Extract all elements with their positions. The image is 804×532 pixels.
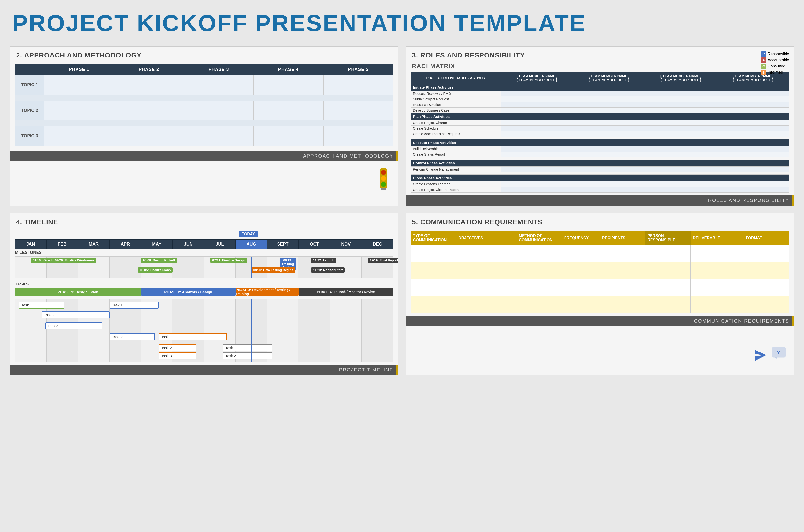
roles-panel: 3. ROLES AND RESPONSIBILITY R Responsibl… [406, 46, 794, 206]
comm-cell [456, 279, 517, 296]
raci-item: Develop Business Case [411, 108, 501, 113]
raci-cell [645, 91, 717, 96]
t2p1-cell [44, 101, 114, 120]
timeline-panel: 4. TIMELINE TODAY JAN FEB MAR APR MAY JU… [10, 213, 398, 375]
raci-cell [717, 146, 789, 152]
comm-cell [691, 245, 744, 262]
raci-cell [717, 182, 789, 187]
t2p3-cell [184, 101, 254, 120]
badge-r: R [761, 51, 766, 57]
phase1-header: PHASE 1 [44, 64, 114, 75]
milestone-beta-testing: 08/20: Beta Testing Begins [251, 267, 295, 272]
svg-rect-4 [381, 188, 386, 190]
raci-item: Create Project Closure Report [411, 187, 501, 193]
topic1-cell: TOPIC 1 [15, 75, 44, 95]
raci-cell [573, 120, 645, 126]
raci-item: Create Status Report [411, 152, 501, 157]
raci-table: PROJECT DELIVERABLE / ACTIVITY [ TEAM ME… [411, 72, 789, 193]
milestone-final-report: 12/19: Final Report [368, 258, 398, 263]
month-jan: JAN [15, 240, 46, 249]
page-title: PROJECT KICKOFF PRESENTATION TEMPLATE [10, 10, 794, 37]
comm-col-recipients: RECIPIENTS [600, 231, 645, 245]
chat-question-icon: ? [771, 346, 787, 363]
milestone-kickoff: 01/16: Kickoff [31, 258, 56, 263]
months-header: JAN FEB MAR APR MAY JUN JUL AUG SEPT OCT… [15, 240, 393, 249]
month-apr: APR [109, 240, 141, 249]
comm-person-cell [646, 279, 691, 296]
raci-cell [573, 187, 645, 193]
raci-cell [645, 182, 717, 187]
raci-section-close: Close Phase Activities [411, 175, 789, 182]
raci-cell [573, 102, 645, 108]
raci-cell [717, 187, 789, 193]
approach-header: 2. APPROACH AND METHODOLOGY [10, 46, 398, 62]
comm-cell [600, 296, 645, 313]
comm-col-frequency: FREQUENCY [562, 231, 600, 245]
topic2-cell: TOPIC 2 [15, 101, 44, 120]
comm-row-3 [411, 279, 789, 296]
legend-informed: I Informed [761, 70, 789, 75]
raci-section-execute: Execute Phase Activities [411, 139, 789, 146]
comm-cell [517, 296, 562, 313]
communication-table: TYPE OF COMMUNICATION OBJECTIVES METHOD … [411, 231, 789, 313]
comm-cell [456, 262, 517, 279]
comm-cell [691, 279, 744, 296]
paper-plane-icon [754, 348, 767, 363]
raci-cell [501, 152, 573, 157]
raci-item: Create Add'l Plans as Required [411, 131, 501, 137]
raci-subtitle: RACI MATRIX [406, 62, 794, 72]
raci-cell [717, 108, 789, 113]
raci-item: Perform Change Management [411, 167, 501, 172]
raci-section-plan: Plan Phase Activities [411, 113, 789, 120]
raci-cell [645, 152, 717, 157]
raci-cell [573, 131, 645, 137]
raci-team3-header: [ TEAM MEMBER NAME ] [ TEAM MEMBER ROLE … [645, 72, 717, 84]
comm-person-cell [646, 262, 691, 279]
raci-cell [573, 182, 645, 187]
milestone-finalize-design: 07/11: Finalize Design [210, 258, 247, 263]
comm-row-4 [411, 296, 789, 313]
comm-col-type: TYPE OF COMMUNICATION [411, 231, 456, 245]
communication-header: 5. COMMUNICATION REQUIREMENTS [406, 213, 794, 228]
legend-accountable: A Accountable [761, 57, 789, 63]
task2-p2: Task 2 [110, 333, 155, 340]
milestone-launch: 10/22: Launch [311, 258, 336, 263]
comm-cell [744, 245, 789, 262]
svg-point-3 [381, 182, 386, 187]
month-mar: MAR [78, 240, 109, 249]
phase4-bar: PHASE 4: Launch / Monitor / Revise [299, 288, 393, 296]
milestone-design-kickoff: 05/08: Design Kickoff [141, 258, 177, 263]
comm-cell [456, 245, 517, 262]
t3p2-cell [114, 127, 184, 146]
tasks-label: TASKS [15, 282, 393, 287]
phase-bars: PHASE 1: Design / Plan PHASE 2: Analysis… [15, 288, 393, 298]
raci-cell [573, 126, 645, 131]
comm-cell [411, 279, 456, 296]
comm-cell [411, 245, 456, 262]
raci-cell [501, 131, 573, 137]
comm-row-2 [411, 262, 789, 279]
raci-cell [645, 108, 717, 113]
task2-p3: Task 2 [158, 344, 197, 351]
t2p2-cell [114, 101, 184, 120]
comm-cell [562, 296, 600, 313]
badge-a: A [761, 57, 766, 63]
t1p2-cell [114, 75, 184, 95]
comm-cell [562, 279, 600, 296]
comm-row-1 [411, 245, 789, 262]
month-nov: NOV [330, 240, 361, 249]
panels-grid: 2. APPROACH AND METHODOLOGY PHASE 1 PHAS… [10, 46, 794, 375]
raci-activity-col-header: PROJECT DELIVERABLE / ACTIVITY [411, 72, 501, 84]
raci-cell [501, 187, 573, 193]
raci-cell [645, 102, 717, 108]
t1p5-cell [323, 75, 393, 95]
raci-cell [573, 146, 645, 152]
t3p5-cell [323, 127, 393, 146]
legend-consulted-label: Consulted [768, 64, 785, 69]
month-feb: FEB [46, 240, 78, 249]
communication-panel: 5. COMMUNICATION REQUIREMENTS TYPE OF CO… [406, 213, 794, 375]
raci-cell [717, 102, 789, 108]
legend-accountable-label: Accountable [768, 58, 789, 62]
raci-cell [501, 126, 573, 131]
legend-responsible-label: Responsible [768, 52, 789, 56]
